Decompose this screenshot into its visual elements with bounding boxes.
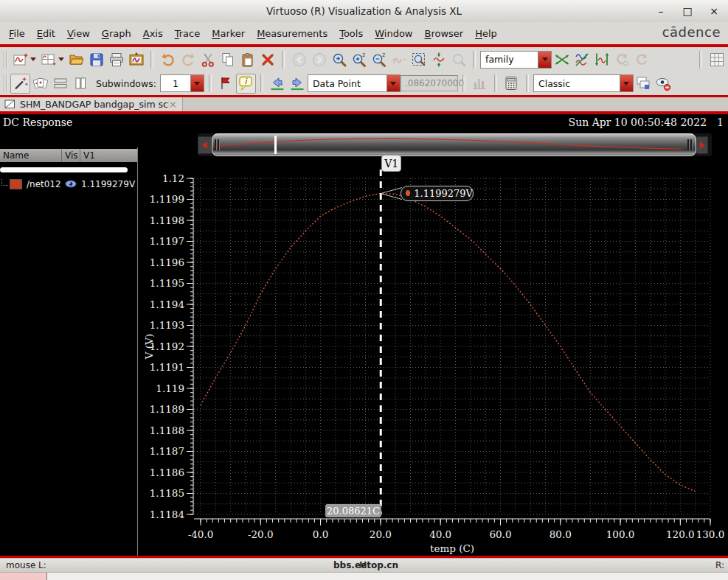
snap-value-field[interactable]: .0862070000 — [401, 75, 458, 91]
style-combobox-caret[interactable] — [620, 75, 633, 91]
minimize-button[interactable]: – — [653, 5, 669, 17]
menu-window[interactable]: Window — [369, 28, 418, 39]
reload-button[interactable] — [631, 49, 651, 69]
new-subwindow-button[interactable] — [38, 49, 58, 69]
menu-edit[interactable]: Edit — [31, 28, 61, 39]
forward-button[interactable] — [309, 49, 329, 69]
svg-text:1.1198: 1.1198 — [150, 214, 184, 226]
stack-horizontal-button[interactable] — [50, 74, 70, 94]
zoom-fit-button[interactable] — [409, 49, 429, 69]
hide-trace-button[interactable] — [654, 74, 673, 94]
trace-compose-button[interactable] — [572, 49, 592, 69]
new-waveform-window-button[interactable] — [10, 49, 30, 69]
menu-measurements[interactable]: Measurements — [251, 28, 333, 39]
copy-style-button[interactable] — [634, 74, 654, 94]
paste-button[interactable] — [238, 49, 257, 69]
save-button[interactable] — [86, 49, 106, 69]
flag-button[interactable] — [216, 74, 236, 94]
zoom-in-x2-icon: 2 — [351, 52, 367, 68]
zoom-out-x2-button[interactable]: 2 — [369, 49, 389, 69]
trace-overlay-button[interactable] — [552, 49, 572, 69]
zoom-fit-y-button[interactable] — [429, 49, 448, 69]
datapoint-callout[interactable]: 1.1199279V — [401, 186, 474, 201]
maximize-button[interactable]: □ — [679, 5, 696, 17]
menu-axis[interactable]: Axis — [137, 28, 169, 39]
svg-text:1.1191: 1.1191 — [150, 361, 184, 373]
marker-v1-label[interactable]: V1 — [381, 155, 401, 172]
copy-button[interactable] — [218, 49, 238, 69]
subwindows-value: 1 — [161, 78, 190, 89]
calculator-button[interactable] — [502, 74, 521, 94]
redo-icon — [180, 52, 196, 68]
paste-icon — [240, 52, 256, 68]
new-subwindow-dropdown-caret[interactable] — [58, 57, 64, 61]
grid-toggle-button[interactable] — [707, 49, 727, 69]
snap-mode-caret[interactable] — [386, 75, 400, 91]
redo-button[interactable] — [178, 49, 198, 69]
cards-button[interactable] — [30, 74, 50, 94]
export-image-button[interactable] — [126, 49, 146, 69]
style-combobox[interactable]: Classic — [533, 74, 634, 92]
menu-graph[interactable]: Graph — [96, 28, 137, 39]
tab-window-icon — [4, 99, 15, 110]
trace-vertical-button[interactable] — [592, 49, 611, 69]
svg-text:1.1196: 1.1196 — [150, 256, 184, 268]
undo-button[interactable] — [158, 49, 178, 69]
cut-button[interactable] — [198, 49, 218, 69]
tab-title: SHM_BANDGAP bandgap_sim sch... — [20, 99, 169, 110]
prev-point-button[interactable] — [268, 74, 288, 94]
forward-icon — [311, 52, 327, 68]
close-button[interactable]: × — [706, 5, 722, 17]
style-combobox-value: Classic — [534, 78, 620, 89]
annotation-button[interactable]: i — [236, 74, 256, 94]
zoom-fit-xy-icon — [391, 52, 407, 68]
toolbar-separator — [209, 74, 212, 92]
zoom-previous-button[interactable] — [448, 49, 468, 69]
snap-mode-combobox[interactable]: Data Point — [308, 74, 401, 92]
zoom-in-button[interactable] — [329, 49, 349, 69]
menu-help[interactable]: Help — [469, 28, 503, 39]
family-combobox-caret[interactable] — [538, 52, 551, 68]
label-wand-button[interactable] — [10, 74, 30, 94]
menu-trace[interactable]: Trace — [169, 28, 207, 39]
zoom-fit-xy-button[interactable] — [389, 49, 409, 69]
toolbar-handle[interactable] — [4, 74, 8, 92]
toolbar-separator — [150, 51, 153, 69]
menu-marker[interactable]: Marker — [206, 28, 251, 39]
menu-file[interactable]: File — [3, 28, 31, 39]
reload-icon — [634, 52, 650, 68]
subwindows-combobox[interactable]: 1 — [160, 74, 204, 92]
label-wand-icon — [13, 75, 29, 91]
svg-text:1.1188: 1.1188 — [150, 424, 184, 436]
tab-close-icon[interactable]: × — [169, 99, 177, 110]
stack-vertical-button[interactable] — [70, 74, 90, 94]
menu-view[interactable]: View — [61, 28, 96, 39]
toolbar-separator — [494, 74, 497, 92]
menu-browser[interactable]: Browser — [418, 28, 469, 39]
print-button[interactable] — [106, 49, 126, 69]
histogram-button[interactable] — [470, 74, 490, 94]
family-combobox[interactable]: family — [480, 51, 552, 69]
new-subwindow-icon — [41, 52, 57, 68]
back-button[interactable] — [289, 49, 309, 69]
svg-text:100.0: 100.0 — [606, 528, 635, 540]
toolbar-handle[interactable] — [4, 51, 8, 69]
print-icon — [108, 52, 125, 68]
copy-icon — [220, 52, 236, 68]
toolbar-secondary: Subwindows: 1 i Data Point .0862070000 — [0, 71, 728, 95]
next-point-button[interactable] — [288, 74, 308, 94]
back-icon — [291, 52, 308, 68]
menu-tools[interactable]: Tools — [333, 28, 369, 39]
subwindows-caret[interactable] — [190, 75, 204, 91]
toolbar-separator — [526, 74, 529, 92]
graph-area: DC Response Sun Apr 10 00:50:48 20221 Na… — [0, 114, 728, 556]
zoom-in-x2-button[interactable]: 2 — [349, 49, 369, 69]
svg-text:0.0: 0.0 — [313, 528, 328, 540]
delete-button[interactable] — [257, 49, 277, 69]
tab-active[interactable]: SHM_BANDGAP bandgap_sim sch... × — [0, 97, 183, 111]
plot-canvas[interactable]: -40.0-20.00.020.040.060.080.0100.0120.01… — [0, 114, 728, 556]
open-button[interactable] — [66, 49, 86, 69]
svg-text:1.1194: 1.1194 — [150, 298, 184, 310]
reload-add-button[interactable] — [611, 49, 631, 69]
new-window-dropdown-caret[interactable] — [30, 57, 36, 61]
